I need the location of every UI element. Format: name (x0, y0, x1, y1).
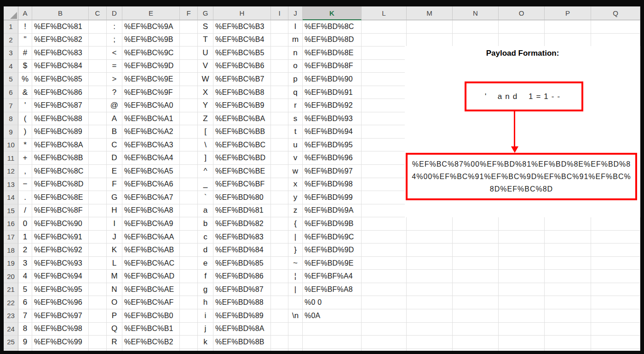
cell-F21[interactable] (180, 283, 198, 296)
cell-D11[interactable]: D (107, 151, 122, 165)
cell-A10[interactable]: * (18, 139, 32, 152)
row-header-15[interactable]: 15 (4, 204, 18, 218)
cell-L16[interactable] (362, 217, 407, 231)
row-header-3[interactable]: 3 (4, 46, 18, 60)
cell-L22[interactable] (362, 296, 407, 309)
cell-N22[interactable] (453, 296, 499, 309)
row-header-9[interactable]: 9 (4, 125, 18, 139)
cell-P20[interactable] (545, 270, 591, 283)
cell-I11[interactable] (271, 151, 288, 165)
cell-L13[interactable] (362, 178, 407, 192)
cell-F3[interactable] (180, 46, 198, 60)
cell-G26[interactable] (198, 349, 213, 351)
cell-K22[interactable]: %0 0 (303, 296, 362, 309)
cell-E7[interactable]: %EF%BC%A0 (122, 99, 180, 112)
cell-A12[interactable]: , (18, 165, 32, 178)
cell-H20[interactable]: %EF%BD%86 (213, 270, 271, 283)
cell-N2[interactable] (453, 34, 499, 47)
cell-C9[interactable] (89, 125, 107, 139)
row-header-5[interactable]: 5 (4, 73, 18, 86)
cell-C23[interactable] (89, 309, 107, 323)
cell-K24[interactable] (303, 323, 362, 336)
cell-N18[interactable] (453, 244, 499, 257)
cell-O16[interactable] (499, 217, 545, 231)
cell-J20[interactable]: ¦ (288, 270, 303, 283)
cell-I9[interactable] (271, 125, 288, 139)
col-header-I[interactable]: I (271, 6, 288, 20)
cell-O19[interactable] (499, 257, 545, 270)
cell-C15[interactable] (89, 204, 107, 218)
cell-A17[interactable]: 1 (18, 231, 32, 244)
cell-Q24[interactable] (591, 323, 640, 336)
cell-J21[interactable]: | (288, 283, 303, 296)
cell-Q22[interactable] (591, 296, 640, 309)
cell-N1[interactable] (453, 20, 499, 34)
cell-K21[interactable]: %EF%BF%A8 (303, 283, 362, 296)
cell-A26[interactable] (18, 349, 32, 351)
cell-F13[interactable] (180, 178, 198, 192)
cell-P18[interactable] (545, 244, 591, 257)
cell-P24[interactable] (545, 323, 591, 336)
cell-C13[interactable] (89, 178, 107, 192)
cell-M21[interactable] (407, 283, 453, 296)
cell-M23[interactable] (407, 309, 453, 323)
cell-B14[interactable]: %EF%BC%8E (32, 191, 89, 204)
cell-E17[interactable]: %EF%BC%AA (122, 231, 180, 244)
cell-K15[interactable]: %EF%BD%9A (303, 204, 362, 218)
cell-A19[interactable]: 3 (18, 257, 32, 270)
cell-J25[interactable] (288, 336, 303, 349)
cell-K3[interactable]: %EF%BD%8E (303, 46, 362, 60)
cell-L25[interactable] (362, 336, 407, 349)
cell-A4[interactable]: $ (18, 60, 32, 73)
cell-F14[interactable] (180, 191, 198, 204)
cell-E21[interactable]: %EF%BC%AE (122, 283, 180, 296)
cell-L17[interactable] (362, 231, 407, 244)
cell-I23[interactable] (271, 309, 288, 323)
cell-I21[interactable] (271, 283, 288, 296)
cell-H12[interactable]: %EF%BC%BE (213, 165, 271, 178)
cell-G10[interactable]: \ (198, 139, 213, 152)
cell-J1[interactable]: l (288, 20, 303, 34)
cell-A3[interactable]: # (18, 46, 32, 60)
row-header-8[interactable]: 8 (4, 112, 18, 126)
cell-J2[interactable]: m (288, 34, 303, 47)
cell-A8[interactable]: ( (18, 112, 32, 126)
cell-P22[interactable] (545, 296, 591, 309)
cell-M26[interactable] (407, 349, 453, 351)
cell-N20[interactable] (453, 270, 499, 283)
cell-L2[interactable] (362, 34, 407, 47)
cell-D16[interactable]: I (107, 217, 122, 231)
cell-C20[interactable] (89, 270, 107, 283)
cell-L9[interactable] (362, 125, 407, 139)
cell-K20[interactable]: %EF%BF%A4 (303, 270, 362, 283)
cell-D24[interactable]: Q (107, 323, 122, 336)
cell-F17[interactable] (180, 231, 198, 244)
cell-D26[interactable] (107, 349, 122, 351)
cell-O26[interactable] (499, 349, 545, 351)
cell-K23[interactable]: %0A (303, 309, 362, 323)
cell-J16[interactable]: { (288, 217, 303, 231)
cell-E18[interactable]: %EF%BC%AB (122, 244, 180, 257)
col-header-G[interactable]: G (198, 6, 213, 20)
col-header-L[interactable]: L (362, 6, 407, 20)
cell-P19[interactable] (545, 257, 591, 270)
col-header-C[interactable]: C (89, 6, 107, 20)
cell-J15[interactable]: z (288, 204, 303, 218)
cell-P16[interactable] (545, 217, 591, 231)
cell-B20[interactable]: %EF%BC%94 (32, 270, 89, 283)
col-header-K[interactable]: K (303, 6, 362, 20)
cell-A24[interactable]: 8 (18, 323, 32, 336)
cell-E2[interactable]: %EF%BC%9B (122, 34, 180, 47)
cell-D14[interactable]: G (107, 191, 122, 204)
cell-D8[interactable]: A (107, 112, 122, 126)
cell-B25[interactable]: %EF%BC%99 (32, 336, 89, 349)
cell-D22[interactable]: O (107, 296, 122, 309)
row-header-13[interactable]: 13 (4, 178, 18, 192)
cell-B26[interactable] (32, 349, 89, 351)
cell-H8[interactable]: %EF%BC%BA (213, 112, 271, 126)
cell-C11[interactable] (89, 151, 107, 165)
cell-B21[interactable]: %EF%BC%95 (32, 283, 89, 296)
cell-J6[interactable]: q (288, 86, 303, 99)
cell-F20[interactable] (180, 270, 198, 283)
cell-L21[interactable] (362, 283, 407, 296)
